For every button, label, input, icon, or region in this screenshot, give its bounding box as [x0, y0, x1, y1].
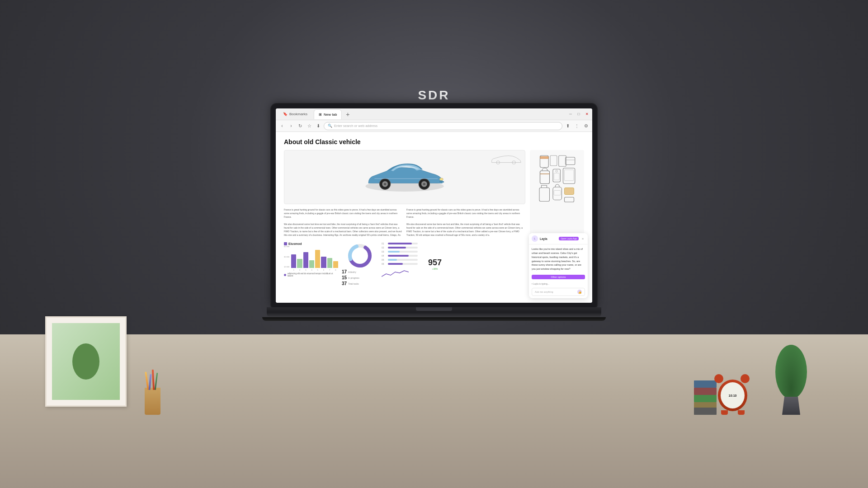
- ai-input-area[interactable]: Ask me anything 👍: [532, 288, 585, 296]
- number-change: +38%: [432, 267, 438, 270]
- extensions-button[interactable]: ⋮: [573, 122, 580, 130]
- forward-button[interactable]: ›: [288, 122, 295, 130]
- stat-progress-value: 15: [342, 275, 347, 280]
- tab-new[interactable]: ⊞ New tab: [314, 109, 342, 119]
- open-layla-button[interactable]: Open Layla App: [559, 237, 579, 240]
- big-number-area: 957 +38%: [421, 242, 448, 286]
- stat-tasks: 37 Total tasks: [342, 281, 378, 286]
- ai-close-button[interactable]: ×: [580, 236, 585, 241]
- other-options-button[interactable]: Other options: [532, 275, 585, 279]
- body-text-2: We also discovered some lost time we los…: [284, 222, 403, 237]
- toolbar-right-icons: ⬆ ⋮ ⚙: [564, 122, 590, 130]
- x-label-4: 4: [309, 269, 314, 271]
- svg-rect-16: [559, 155, 566, 166]
- main-content: France is great hunting ground for class…: [284, 150, 525, 295]
- y-label-top: 60 000: [284, 245, 289, 248]
- svg-rect-28: [554, 191, 561, 196]
- ai-send-button[interactable]: 👍: [577, 290, 582, 294]
- download-button[interactable]: ⬇: [315, 122, 322, 130]
- minimize-button[interactable]: ─: [568, 112, 573, 117]
- refresh-button[interactable]: ↻: [297, 122, 304, 130]
- car-image-area: [284, 150, 525, 204]
- stat-progress-label: in progress: [348, 277, 359, 279]
- svg-rect-19: [540, 171, 550, 184]
- x-label-7: 7: [327, 269, 332, 271]
- ai-chat-panel: L Layla Open Layla App × Looks like you'…: [529, 233, 588, 298]
- stat-fill-6: [388, 263, 403, 265]
- x-label-3: 3: [303, 269, 308, 271]
- bar-7: [327, 258, 332, 268]
- stat-label-1: 01: [382, 242, 386, 245]
- svg-rect-26: [539, 188, 550, 202]
- address-bar[interactable]: 🔍 Enter search or web address: [324, 122, 562, 130]
- line-svg: [382, 268, 409, 277]
- car-illustration: [359, 155, 450, 200]
- stat-tasks-label: Total tasks: [348, 282, 359, 285]
- stat-bar-bg-5: [388, 259, 418, 261]
- address-placeholder: Enter search or web address: [334, 124, 377, 128]
- stat-bar-bg-3: [388, 251, 418, 253]
- stat-row-3: 03: [382, 250, 418, 253]
- bar-8: [333, 261, 338, 268]
- screen-bezel: 🔖 Bookmarks ⊞ New tab + ─ □ ✕: [276, 108, 592, 303]
- y-axis-labels: 60 000 30 000 10 000: [284, 245, 289, 268]
- settings-button[interactable]: ⚙: [582, 122, 590, 130]
- stat-label-3: 03: [382, 250, 386, 253]
- bar-chart-title: Eiusmod: [284, 242, 338, 245]
- svg-rect-17: [566, 157, 575, 165]
- svg-rect-25: [565, 170, 574, 181]
- legend-text: adipiscing elit sed do eiusmod tempor in…: [288, 272, 338, 277]
- tab-bookmarks[interactable]: 🔖 Bookmarks: [278, 109, 312, 119]
- body-text-1: France is great hunting ground for class…: [284, 208, 403, 219]
- bar-chart: Eiusmod 60 000 30 000 10 000: [284, 242, 338, 286]
- ai-message-body: Looks like you're into island vibes and …: [529, 244, 588, 274]
- stat-label-4: 04: [382, 254, 386, 257]
- stat-bar-bg-1: [388, 243, 418, 244]
- page-title: About old Classic vehicle: [284, 138, 584, 145]
- stat-fill-2: [388, 247, 406, 249]
- stat-row-5: 05: [382, 258, 418, 261]
- new-tab-button[interactable]: +: [344, 110, 352, 118]
- search-icon: 🔍: [328, 124, 332, 128]
- stat-label-6: 06: [382, 263, 386, 265]
- stat-bar-bg-4: [388, 255, 418, 257]
- charts-row: Eiusmod 60 000 30 000 10 000: [284, 242, 525, 286]
- stat-row-4: 04: [382, 254, 418, 257]
- stat-row-2: 02: [382, 246, 418, 249]
- bar-5: [315, 250, 320, 268]
- star-button[interactable]: ☆: [306, 122, 313, 130]
- chart-legend: adipiscing elit sed do eiusmod tempor in…: [284, 272, 338, 277]
- maximize-button[interactable]: □: [576, 112, 581, 117]
- share-button[interactable]: ⬆: [564, 122, 571, 130]
- mini-line-chart: [382, 268, 418, 278]
- ai-chat-header: L Layla Open Layla App ×: [529, 233, 588, 244]
- donut-labels: 17 industry 15 in progress 3: [342, 269, 378, 286]
- body-text-3: France is great hunting ground for class…: [406, 208, 525, 219]
- laptop-base: [267, 307, 601, 317]
- back-button[interactable]: ‹: [278, 122, 286, 130]
- donut-chart: 17 industry 15 in progress 3: [342, 242, 378, 286]
- close-button[interactable]: ✕: [584, 112, 590, 117]
- text-block-2: France is great hunting ground for class…: [406, 208, 525, 237]
- svg-point-22: [556, 170, 558, 173]
- plus-icon: +: [346, 111, 349, 118]
- stat-row-1: 01: [382, 242, 418, 245]
- bar-x-labels: 1 2 3 4 5 6 7 8: [291, 269, 338, 271]
- stat-total-value: 17: [342, 269, 347, 274]
- stat-total-label: industry: [348, 271, 356, 273]
- stats-area: 01 02 03: [382, 242, 418, 286]
- ai-input-placeholder: Ask me anything: [535, 291, 553, 293]
- page-content: About old Classic vehicle: [276, 132, 592, 303]
- x-label-2: 2: [297, 269, 302, 271]
- bars-container: [291, 245, 338, 268]
- device-sketches: [537, 153, 577, 216]
- sdr-label: SDR: [418, 88, 450, 103]
- tab-new-label: New tab: [324, 113, 337, 117]
- y-label-bot: 10 000: [284, 266, 289, 268]
- x-label-1: 1: [291, 269, 296, 271]
- svg-point-3: [384, 183, 386, 185]
- svg-rect-15: [550, 155, 557, 166]
- text-columns: France is great hunting ground for class…: [284, 208, 525, 237]
- stat-total: 17 industry: [342, 269, 378, 274]
- x-label-6: 6: [321, 269, 326, 271]
